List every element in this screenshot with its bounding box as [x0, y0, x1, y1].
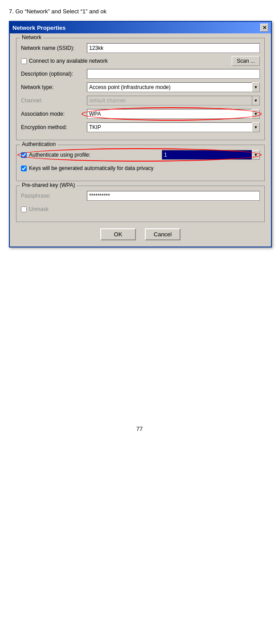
scan-button[interactable]: Scan ...: [232, 56, 260, 66]
preshared-group-legend: Pre-shared key (WPA): [20, 182, 77, 188]
dialog-body: Network Network name (SSID): Connect to …: [10, 33, 271, 247]
passphrase-input[interactable]: [87, 191, 260, 201]
keys-auto-text: Keys will be generated automatically for…: [29, 165, 153, 171]
keys-auto-label[interactable]: Keys will be generated automatically for…: [21, 165, 260, 171]
auth-profile-select[interactable]: 1: [162, 150, 260, 160]
association-select-wrapper: WPA ▼: [87, 109, 260, 119]
auth-profile-label[interactable]: Authenticate using profile:: [21, 152, 162, 158]
network-type-row: Network type: Access point (infrastructu…: [21, 82, 260, 93]
network-group-legend: Network: [20, 34, 43, 41]
unmask-row: Unmask: [21, 204, 260, 215]
channel-select: default channel: [87, 96, 260, 105]
preshared-group: Pre-shared key (WPA) Passphrase: Unmask: [16, 186, 265, 222]
dialog-titlebar: Network Properties ✕: [10, 22, 271, 33]
dialog-buttons: OK Cancel: [16, 228, 265, 240]
keys-auto-checkbox[interactable]: [21, 166, 27, 171]
passphrase-row: Passphrase:: [21, 190, 260, 201]
page-number: 77: [9, 425, 270, 432]
connect-any-label[interactable]: Connect to any available network: [21, 58, 232, 64]
auth-profile-checkbox[interactable]: [21, 152, 27, 158]
auth-profile-select-wrapper: 1 ▼: [162, 150, 260, 160]
auth-profile-text: Authenticate using profile:: [29, 152, 90, 158]
connect-any-checkbox[interactable]: [21, 58, 27, 64]
unmask-label[interactable]: Unmask: [21, 206, 260, 212]
network-name-row: Network name (SSID):: [21, 43, 260, 53]
keys-auto-row: Keys will be generated automatically for…: [21, 163, 260, 174]
encryption-select-wrapper: TKIP ▼: [87, 122, 260, 132]
connect-scan-row: Connect to any available network Scan ..…: [21, 56, 260, 66]
dialog-title: Network Properties: [12, 24, 66, 31]
encryption-label: Encryption method:: [21, 124, 87, 130]
association-label: Association mode:: [21, 111, 87, 117]
channel-label: Channel:: [21, 97, 87, 104]
description-label: Description (optional):: [21, 71, 87, 77]
description-row: Description (optional):: [21, 69, 260, 79]
network-group: Network Network name (SSID): Connect to …: [16, 38, 265, 140]
network-name-input[interactable]: [87, 43, 260, 53]
network-name-label: Network name (SSID):: [21, 45, 87, 51]
unmask-checkbox[interactable]: [21, 207, 27, 212]
encryption-row: Encryption method: TKIP ▼: [21, 122, 260, 133]
network-type-select[interactable]: Access point (infrastructure mode): [87, 82, 260, 92]
auth-profile-row: Authenticate using profile: 1 ▼: [21, 150, 260, 160]
association-select[interactable]: WPA: [87, 109, 260, 119]
dialog-close-button[interactable]: ✕: [260, 24, 268, 32]
ok-button[interactable]: OK: [100, 228, 136, 240]
passphrase-label: Passphrase:: [21, 193, 87, 199]
encryption-select[interactable]: TKIP: [87, 122, 260, 132]
instruction-text: 7. Go “Network” and Select “1” and ok: [9, 8, 270, 15]
channel-row: Channel: default channel ▼: [21, 95, 260, 106]
authentication-group: Authentication Authenticate using profil…: [16, 145, 265, 181]
unmask-text: Unmask: [29, 206, 49, 212]
network-type-label: Network type:: [21, 84, 87, 90]
cancel-button[interactable]: Cancel: [145, 228, 181, 240]
channel-select-wrapper: default channel ▼: [87, 96, 260, 105]
network-type-select-wrapper: Access point (infrastructure mode) ▼: [87, 82, 260, 92]
authentication-group-legend: Authentication: [20, 141, 57, 147]
connect-any-text: Connect to any available network: [29, 58, 108, 64]
association-mode-row: Association mode: WPA ▼: [21, 109, 260, 119]
description-input[interactable]: [87, 69, 260, 79]
network-properties-dialog: Network Properties ✕ Network Network nam…: [9, 21, 272, 247]
